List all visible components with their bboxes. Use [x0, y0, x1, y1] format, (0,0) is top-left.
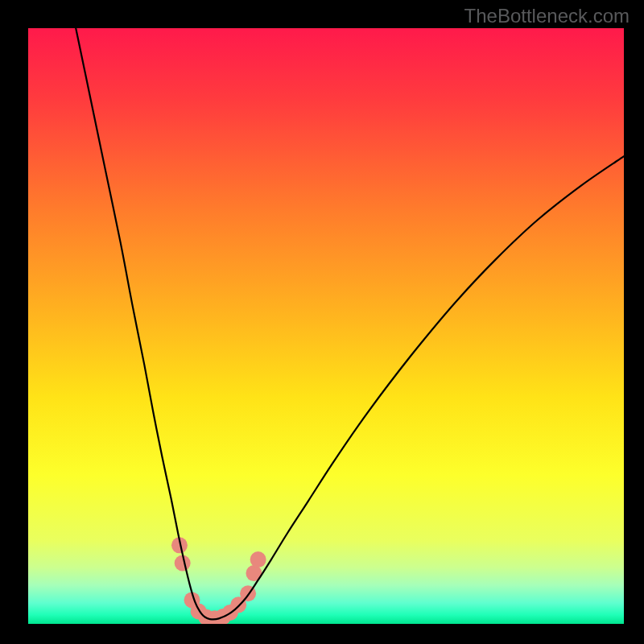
- chart-frame: TheBottleneck.com: [0, 0, 644, 644]
- highlight-dot: [250, 551, 266, 568]
- gradient-background: [28, 28, 624, 624]
- plot-area: [28, 28, 624, 624]
- watermark-text: TheBottleneck.com: [464, 5, 630, 27]
- bottleneck-chart: [28, 28, 624, 624]
